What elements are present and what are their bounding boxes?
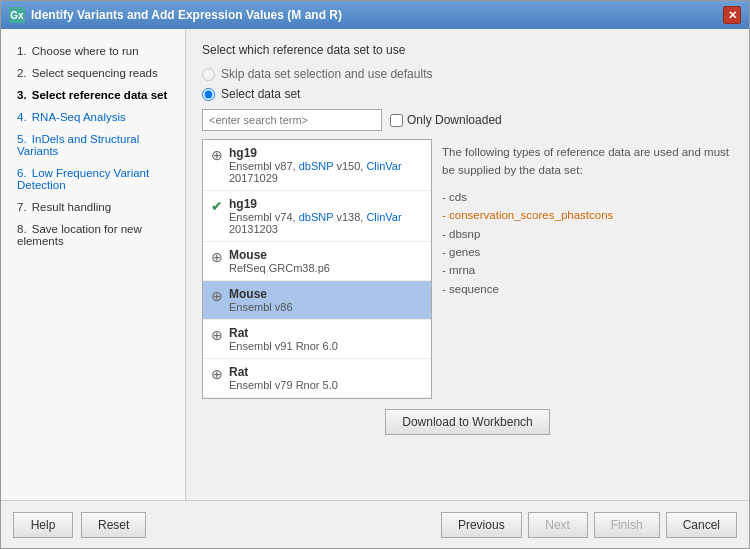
search-row: Only Downloaded (202, 109, 733, 131)
title-bar: Gx Identify Variants and Add Expression … (1, 1, 749, 29)
skip-radio-row: Skip data set selection and use defaults (202, 67, 733, 81)
info-panel: The following types of reference data ar… (442, 139, 733, 399)
plus-icon: ⊕ (211, 327, 223, 343)
radio-group: Skip data set selection and use defaults… (202, 67, 733, 101)
bottom-right-buttons: Previous Next Finish Cancel (441, 512, 737, 538)
cancel-button[interactable]: Cancel (666, 512, 737, 538)
content-area: 1. Choose where to run 2. Select sequenc… (1, 29, 749, 500)
info-text: The following types of reference data ar… (442, 143, 733, 298)
finish-button[interactable]: Finish (594, 512, 660, 538)
reset-button[interactable]: Reset (81, 512, 146, 538)
search-input[interactable] (202, 109, 382, 131)
main-panel: Select which reference data set to use S… (186, 29, 749, 500)
list-item[interactable]: ✔ hg19 Ensembl v74, dbSNP v138, ClinVar … (203, 191, 431, 242)
only-downloaded-label[interactable]: Only Downloaded (390, 113, 502, 127)
only-downloaded-checkbox[interactable] (390, 114, 403, 127)
select-radio[interactable] (202, 88, 215, 101)
sidebar-item-3[interactable]: 3. Select reference data set (11, 85, 175, 105)
list-item-selected[interactable]: ⊕ Mouse Ensembl v86 (203, 281, 431, 320)
sidebar-item-1[interactable]: 1. Choose where to run (11, 41, 175, 61)
bottom-bar: Help Reset Previous Next Finish Cancel (1, 500, 749, 548)
select-radio-row: Select data set (202, 87, 733, 101)
sidebar-item-8[interactable]: 8. Save location for new elements (11, 219, 175, 251)
dataset-list[interactable]: ⊕ hg19 Ensembl v87, dbSNP v150, ClinVar … (202, 139, 432, 399)
window-title: Identify Variants and Add Expression Val… (31, 8, 342, 22)
close-button[interactable]: ✕ (723, 6, 741, 24)
list-item[interactable]: ⊕ Rat Ensembl v91 Rnor 6.0 (203, 320, 431, 359)
skip-radio-label: Skip data set selection and use defaults (221, 67, 432, 81)
plus-icon: ⊕ (211, 249, 223, 265)
list-item[interactable]: ⊕ Rat Ensembl v79 Rnor 5.0 (203, 359, 431, 398)
two-panel: ⊕ hg19 Ensembl v87, dbSNP v150, ClinVar … (202, 139, 733, 399)
sidebar-item-5[interactable]: 5. InDels and Structural Variants (11, 129, 175, 161)
info-item: - sequence (442, 280, 733, 298)
select-radio-label: Select data set (221, 87, 300, 101)
sidebar-item-4[interactable]: 4. RNA-Seq Analysis (11, 107, 175, 127)
app-icon: Gx (9, 7, 25, 23)
plus-icon: ⊕ (211, 288, 223, 304)
check-icon: ✔ (211, 198, 223, 214)
download-workbench-button[interactable]: Download to Workbench (385, 409, 550, 435)
info-item: - mrna (442, 261, 733, 279)
download-btn-row: Download to Workbench (202, 409, 733, 435)
help-button[interactable]: Help (13, 512, 73, 538)
list-panel: ⊕ hg19 Ensembl v87, dbSNP v150, ClinVar … (202, 139, 432, 399)
sidebar-item-6[interactable]: 6. Low Frequency Variant Detection (11, 163, 175, 195)
folder-item[interactable]: ▶ QIAGEN Tutorial (203, 398, 431, 399)
skip-radio[interactable] (202, 68, 215, 81)
plus-icon: ⊕ (211, 366, 223, 382)
next-button[interactable]: Next (528, 512, 588, 538)
main-window: Gx Identify Variants and Add Expression … (0, 0, 750, 549)
sidebar-item-2[interactable]: 2. Select sequencing reads (11, 63, 175, 83)
info-header: The following types of reference data ar… (442, 146, 729, 176)
previous-button[interactable]: Previous (441, 512, 522, 538)
list-item[interactable]: ⊕ hg19 Ensembl v87, dbSNP v150, ClinVar … (203, 140, 431, 191)
sidebar: 1. Choose where to run 2. Select sequenc… (1, 29, 186, 500)
info-item: - dbsnp (442, 225, 733, 243)
sidebar-item-7[interactable]: 7. Result handling (11, 197, 175, 217)
info-item: - cds (442, 188, 733, 206)
bottom-left-buttons: Help Reset (13, 512, 146, 538)
panel-title: Select which reference data set to use (202, 43, 733, 57)
list-item[interactable]: ⊕ Mouse RefSeq GRCm38.p6 (203, 242, 431, 281)
info-item: - conservation_scores_phastcons (442, 206, 733, 224)
plus-icon: ⊕ (211, 147, 223, 163)
info-item: - genes (442, 243, 733, 261)
